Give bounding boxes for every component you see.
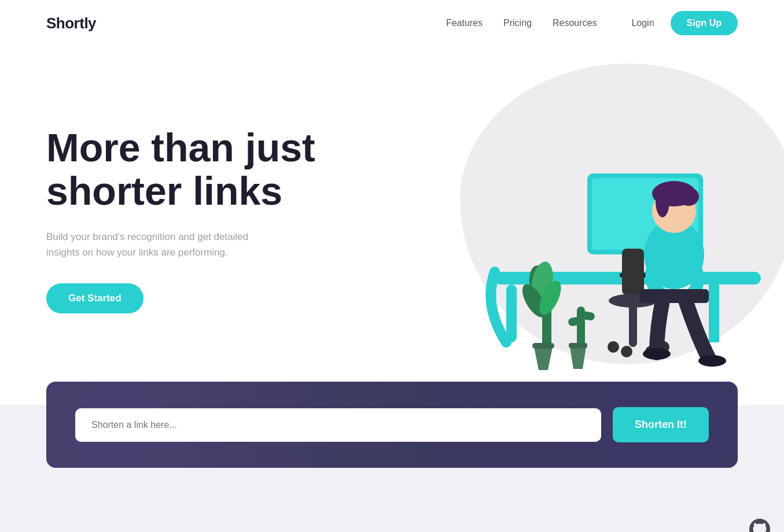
nav-features[interactable]: Features — [446, 18, 483, 28]
hero-illustration — [437, 64, 784, 387]
nav-links: Features Pricing Resources — [446, 18, 597, 28]
github-icon[interactable] — [749, 519, 770, 532]
svg-rect-1 — [506, 285, 517, 342]
nav-resources[interactable]: Resources — [553, 18, 597, 28]
nav-pricing[interactable]: Pricing — [503, 18, 532, 28]
hero-title: More than just shorter links — [46, 126, 315, 213]
svg-rect-10 — [622, 249, 644, 295]
svg-point-13 — [621, 346, 632, 357]
svg-rect-16 — [629, 301, 637, 347]
hero-section: More than just shorter links Build your … — [0, 46, 784, 405]
svg-rect-2 — [709, 285, 719, 342]
illustration-svg — [448, 75, 784, 387]
bottom-area — [0, 491, 784, 532]
svg-point-25 — [643, 348, 671, 360]
svg-rect-28 — [532, 343, 554, 349]
navbar: Shortly Features Pricing Resources Login… — [0, 0, 784, 46]
get-started-button[interactable]: Get Started — [46, 283, 143, 313]
hero-text: More than just shorter links Build your … — [46, 126, 315, 313]
signup-button[interactable]: Sign Up — [671, 11, 738, 35]
logo[interactable]: Shortly — [46, 14, 96, 32]
nav-auth: Login Sign Up — [631, 11, 738, 35]
shortener-box: Shorten It! — [46, 382, 738, 468]
link-input[interactable] — [75, 408, 601, 442]
svg-point-21 — [678, 187, 699, 206]
hero-subtitle: Build your brand's recognition and get d… — [46, 229, 266, 260]
svg-point-26 — [698, 355, 726, 367]
svg-point-12 — [608, 341, 619, 353]
shortener-section: Shorten It! — [0, 405, 784, 491]
shorten-button[interactable]: Shorten It! — [613, 407, 709, 442]
svg-rect-24 — [639, 289, 709, 303]
svg-rect-34 — [569, 343, 587, 348]
login-link[interactable]: Login — [631, 18, 654, 28]
svg-point-20 — [656, 185, 669, 217]
